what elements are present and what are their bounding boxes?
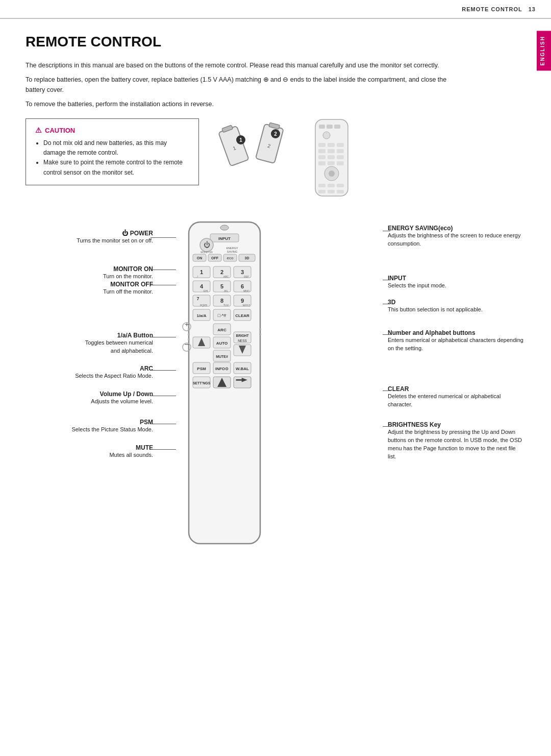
header-bar: REMOTE CONTROL 13: [0, 0, 551, 18]
psm-desc: Selects the Picture Status Mode.: [31, 426, 153, 434]
input-title: INPUT: [388, 275, 446, 282]
caution-label: CAUTION: [45, 127, 75, 134]
svg-text:W.BAL: W.BAL: [236, 367, 249, 371]
svg-rect-25: [328, 161, 335, 165]
svg-rect-15: [318, 143, 325, 147]
svg-text:eco: eco: [227, 256, 234, 260]
svg-text:INPUT: INPUT: [218, 236, 231, 241]
svg-rect-33: [328, 190, 335, 193]
monitor-on-line: [151, 270, 176, 270]
warning-icon: ⚠: [35, 126, 42, 134]
svg-text:WXYZ: WXYZ: [243, 304, 250, 307]
input-label: INPUT Selects the input mode.: [388, 275, 446, 290]
svg-rect-11: [319, 125, 325, 129]
arc-title: ARC: [31, 365, 153, 372]
diagram-section: INPUT ENERGY SAVING ON OFF eco 3D ⏻ MONI…: [26, 214, 525, 572]
svg-text:3D: 3D: [245, 256, 249, 260]
monitor-off-desc: Turn off the monitor.: [31, 288, 153, 296]
caution-item-1: Do not mix old and new batteries, as thi…: [43, 138, 189, 158]
vol-line: [151, 396, 176, 396]
svg-text:2: 2: [220, 269, 223, 275]
caution-item-2: Make sure to point the remote control to…: [43, 158, 189, 177]
power-line: [151, 237, 176, 238]
svg-point-28: [329, 170, 335, 177]
svg-text:AUTO: AUTO: [216, 341, 228, 346]
svg-rect-20: [337, 149, 344, 153]
svg-text:+: +: [185, 320, 189, 328]
svg-point-117: [259, 328, 261, 330]
brightness-desc: Adjust the brightness by pressing the Up…: [388, 428, 525, 461]
svg-point-118: [259, 333, 261, 335]
energy-saving-label: ENERGY SAVING(eco) Adjusts the brightnes…: [388, 225, 525, 248]
svg-text:1: 1: [239, 137, 242, 143]
1aa-desc: Toggles between numerical and alphabetic…: [31, 339, 153, 355]
svg-rect-16: [328, 143, 335, 147]
3d-line: [383, 304, 390, 304]
mute-title: MUTE: [31, 444, 153, 451]
svg-text:JKL: JKL: [224, 289, 229, 292]
3d-title: 3D: [388, 299, 483, 306]
monitor-on-title: MONITOR ON: [31, 265, 153, 273]
svg-text:SETT'NGS: SETT'NGS: [193, 381, 211, 385]
section-label: REMOTE CONTROL: [462, 6, 522, 12]
arc-desc: Selects the Aspect Ratio Mode.: [31, 372, 153, 380]
svg-rect-21: [318, 155, 325, 159]
power-label: ⏻ POWER Turns the monitor set on or off.: [31, 230, 153, 245]
energy-saving-line: [383, 231, 390, 231]
english-tab: ENGLISH: [537, 31, 551, 70]
clear-desc: Deletes the entered numerical or alphabe…: [388, 393, 525, 409]
brightness-line: [383, 426, 390, 427]
svg-text:PSM: PSM: [197, 367, 206, 371]
svg-text:INFO⊙: INFO⊙: [215, 367, 229, 371]
svg-text:TUV: TUV: [223, 304, 229, 307]
arc-line: [151, 370, 176, 371]
num-alpha-desc: Enters numerical or alphabetical charact…: [388, 336, 525, 353]
svg-rect-13: [334, 125, 340, 129]
svg-text:PQRS: PQRS: [200, 304, 208, 307]
clear-label: CLEAR Deletes the entered numerical or a…: [388, 385, 525, 409]
svg-text:9: 9: [241, 298, 244, 304]
psm-title: PSM: [31, 419, 153, 426]
3d-desc: This button selection is not applicable.: [388, 306, 483, 314]
svg-text:BRIGHT: BRIGHT: [236, 334, 249, 337]
svg-text:ENERGY: ENERGY: [226, 247, 238, 250]
svg-rect-32: [318, 190, 325, 193]
svg-text:SAVING: SAVING: [227, 250, 237, 253]
mute-line: [151, 449, 176, 450]
svg-point-36: [220, 225, 229, 230]
svg-text:MONITOR: MONITOR: [201, 251, 213, 254]
main-content: REMOTE CONTROL The descriptions in this …: [26, 18, 525, 572]
desc-para-3: To remove the batteries, perform the ins…: [26, 99, 464, 109]
svg-rect-19: [328, 149, 335, 153]
remote-thumbnail-small: [311, 118, 352, 199]
svg-rect-34: [337, 190, 344, 193]
desc-para-1: The descriptions in this manual are base…: [26, 60, 464, 70]
clear-line: [383, 391, 390, 391]
monitor-off-line: [151, 285, 176, 285]
svg-text:OFF: OFF: [211, 256, 219, 260]
svg-text:GHI: GHI: [204, 289, 208, 292]
remote-control-diagram: INPUT ENERGY SAVING ON OFF eco 3D ⏻ MONI…: [173, 220, 276, 551]
input-line: [383, 280, 390, 280]
power-desc: Turns the monitor set on or off.: [31, 237, 153, 245]
monitor-off-title: MONITOR OFF: [31, 281, 153, 288]
1aa-title: 1/a/A Button: [31, 332, 153, 339]
svg-rect-26: [337, 161, 344, 165]
svg-text:MNO: MNO: [243, 289, 249, 292]
svg-text:3: 3: [241, 269, 244, 275]
num-alpha-line: [383, 334, 390, 335]
page-info: REMOTE CONTROL 13: [462, 6, 536, 12]
svg-text:ON: ON: [197, 256, 203, 260]
svg-point-116: [188, 338, 190, 340]
svg-text:5: 5: [220, 283, 223, 289]
page-number: 13: [529, 6, 536, 12]
vol-title: Volume Up / Down: [31, 391, 153, 398]
svg-rect-17: [337, 143, 344, 147]
energy-saving-title: ENERGY SAVING(eco): [388, 225, 525, 232]
caution-title: ⚠ CAUTION: [35, 126, 189, 134]
desc-para-2: To replace batteries, open the battery c…: [26, 75, 464, 95]
svg-text:1/a/A: 1/a/A: [196, 313, 206, 318]
caution-box: ⚠ CAUTION Do not mix old and new batteri…: [26, 118, 199, 185]
psm-label: PSM Selects the Picture Status Mode.: [31, 419, 153, 434]
vol-desc: Adjusts the volume level.: [31, 398, 153, 406]
